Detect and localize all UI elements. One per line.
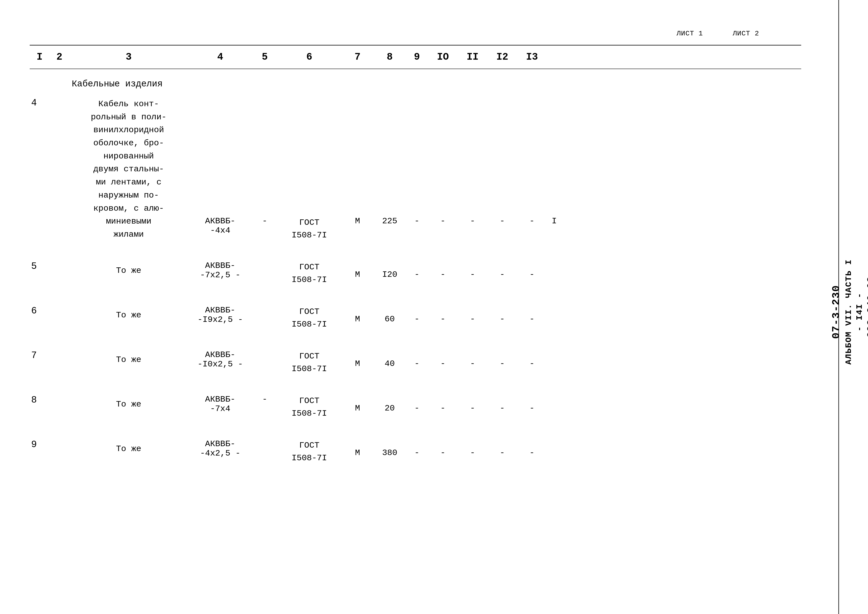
row-4-col2 bbox=[50, 96, 69, 98]
main-content: I 2 3 4 5 6 7 8 9 IO II I2 I3 Кабельные … bbox=[30, 45, 801, 470]
row-7-col5 bbox=[253, 349, 277, 351]
row-num-5: 5 bbox=[30, 260, 50, 273]
col-header-3: 3 bbox=[69, 51, 188, 64]
col-header-2: 2 bbox=[50, 51, 69, 64]
header-label-1: ЛИСТ 1 bbox=[676, 30, 703, 37]
row-5-qty: I20 bbox=[374, 260, 406, 280]
row-6-col5 bbox=[253, 305, 277, 306]
row-6-gost: ГОСТ I508-7I bbox=[277, 305, 341, 332]
row-8-d2: - bbox=[428, 394, 458, 414]
row-7-description: То же bbox=[69, 349, 188, 367]
row-9-col5 bbox=[253, 438, 277, 440]
row-num-6: 6 bbox=[30, 305, 50, 317]
table-row: 5 То же АКВВБ- -7х2,5 - ГОСТ I508-7I М I… bbox=[30, 255, 801, 292]
row-7-unit: М bbox=[341, 349, 374, 369]
row-4-d5: - bbox=[517, 215, 547, 227]
row-4-description: Кабель конт- рольный в поли- винилхлорид… bbox=[69, 96, 188, 242]
right-sidebar: 07-3-230 АЛЬБОМ VII. ЧАСТЬ I - I4I - СЭЗ… bbox=[838, 0, 868, 614]
row-8-col5: - bbox=[253, 394, 277, 405]
row-9-description: То же bbox=[69, 438, 188, 456]
row-6-d4: - bbox=[487, 305, 517, 325]
page: ЛИСТ 1 ЛИСТ 2 07-3-230 АЛЬБОМ VII. ЧАСТЬ… bbox=[0, 0, 868, 614]
sidebar-mid-text: АЛЬБОМ VII. ЧАСТЬ I bbox=[843, 259, 854, 365]
row-6-d5: - bbox=[517, 305, 547, 325]
row-5-mark: АКВВБ- -7х2,5 - bbox=[188, 260, 253, 281]
table-row: 7 То же АКВВБ- -I0х2,5 - ГОСТ I508-7I М … bbox=[30, 344, 801, 381]
row-9-col2 bbox=[50, 438, 69, 440]
row-5-d2: - bbox=[428, 260, 458, 280]
col-header-4: 4 bbox=[188, 51, 253, 64]
row-5-gost: ГОСТ I508-7I bbox=[277, 260, 341, 287]
table-row: 9 То же АКВВБ- -4х2,5 - ГОСТ I508-7I М 3… bbox=[30, 433, 801, 470]
row-7-d2: - bbox=[428, 349, 458, 369]
section-col2 bbox=[50, 83, 69, 85]
row-4-qty: 225 bbox=[374, 215, 406, 227]
col-header-5: 5 bbox=[253, 51, 277, 64]
row-6-d1: - bbox=[406, 305, 428, 325]
section-col1 bbox=[30, 83, 50, 85]
col-header-9: 9 bbox=[406, 51, 428, 64]
sidebar-top-text: 07-3-230 bbox=[830, 259, 843, 365]
row-5-d5: - bbox=[517, 260, 547, 280]
row-9-d5: - bbox=[517, 438, 547, 459]
col-header-6: 6 bbox=[277, 51, 341, 64]
row-7-d1: - bbox=[406, 349, 428, 369]
row-4-d1: - bbox=[406, 215, 428, 227]
row-9-gost: ГОСТ I508-7I bbox=[277, 438, 341, 465]
row-5-description: То же bbox=[69, 260, 188, 278]
col-header-8: 8 bbox=[374, 51, 406, 64]
row-num-8: 8 bbox=[30, 394, 50, 406]
row-9-d2: - bbox=[428, 438, 458, 459]
row-8-d4: - bbox=[487, 394, 517, 414]
row-8-unit: М bbox=[341, 394, 374, 414]
row-9-d1: - bbox=[406, 438, 428, 459]
col-header-12: I2 bbox=[487, 51, 517, 64]
row-5-d3: - bbox=[458, 260, 487, 280]
row-4-gost: ГОСТ I508-7I bbox=[277, 215, 341, 242]
col-header-1: I bbox=[30, 51, 50, 64]
row-4-col5: - bbox=[253, 215, 277, 227]
section-title-row: Кабельные изделия bbox=[30, 69, 801, 92]
row-6-d2: - bbox=[428, 305, 458, 325]
row-9-qty: 380 bbox=[374, 438, 406, 459]
row-6-col2 bbox=[50, 305, 69, 306]
col-header-7: 7 bbox=[341, 51, 374, 64]
sidebar-separator: - I4I - bbox=[854, 259, 865, 365]
row-9-mark: АКВВБ- -4х2,5 - bbox=[188, 438, 253, 459]
sidebar-bottom-text: СЭЗ-240-08 bbox=[865, 249, 868, 365]
row-6-d3: - bbox=[458, 305, 487, 325]
row-num-9: 9 bbox=[30, 438, 50, 451]
row-8-mark: АКВВБ- -7х4 bbox=[188, 394, 253, 415]
table-row: 8 То же АКВВБ- -7х4 - ГОСТ I508-7I М 20 … bbox=[30, 389, 801, 426]
row-4-d2: - bbox=[428, 215, 458, 227]
row-9-unit: М bbox=[341, 438, 374, 459]
row-8-qty: 20 bbox=[374, 394, 406, 414]
row-7-d5: - bbox=[517, 349, 547, 369]
row-9-d4: - bbox=[487, 438, 517, 459]
row-8-d1: - bbox=[406, 394, 428, 414]
top-header: ЛИСТ 1 ЛИСТ 2 bbox=[30, 30, 833, 37]
row-4-mark: АКВВБ- -4х4 bbox=[188, 215, 253, 236]
row-8-gost: ГОСТ I508-7I bbox=[277, 394, 341, 421]
row-6-description: То же bbox=[69, 305, 188, 323]
col-header-11: II bbox=[458, 51, 487, 64]
row-6-mark: АКВВБ- -I9х2,5 - bbox=[188, 305, 253, 325]
row-7-mark: АКВВБ- -I0х2,5 - bbox=[188, 349, 253, 370]
row-7-d3: - bbox=[458, 349, 487, 369]
row-5-col5 bbox=[253, 260, 277, 262]
sidebar-content: 07-3-230 АЛЬБОМ VII. ЧАСТЬ I - I4I - СЭЗ… bbox=[830, 249, 868, 365]
table-row: 4 Кабель конт- рольный в поли- винилхлор… bbox=[30, 92, 801, 247]
row-7-d4: - bbox=[487, 349, 517, 369]
col-header-10: IO bbox=[428, 51, 458, 64]
section-title: Кабельные изделия bbox=[69, 79, 163, 89]
row-5-unit: М bbox=[341, 260, 374, 280]
row-8-col2 bbox=[50, 394, 69, 396]
row-4-unit: М bbox=[341, 215, 374, 227]
row-9-d3: - bbox=[458, 438, 487, 459]
header-label-2: ЛИСТ 2 bbox=[733, 30, 759, 37]
row-8-description: То же bbox=[69, 394, 188, 412]
row-7-col2 bbox=[50, 349, 69, 351]
row-7-qty: 40 bbox=[374, 349, 406, 369]
row-4-last: I bbox=[547, 215, 562, 227]
column-headers-row: I 2 3 4 5 6 7 8 9 IO II I2 I3 bbox=[30, 45, 801, 69]
